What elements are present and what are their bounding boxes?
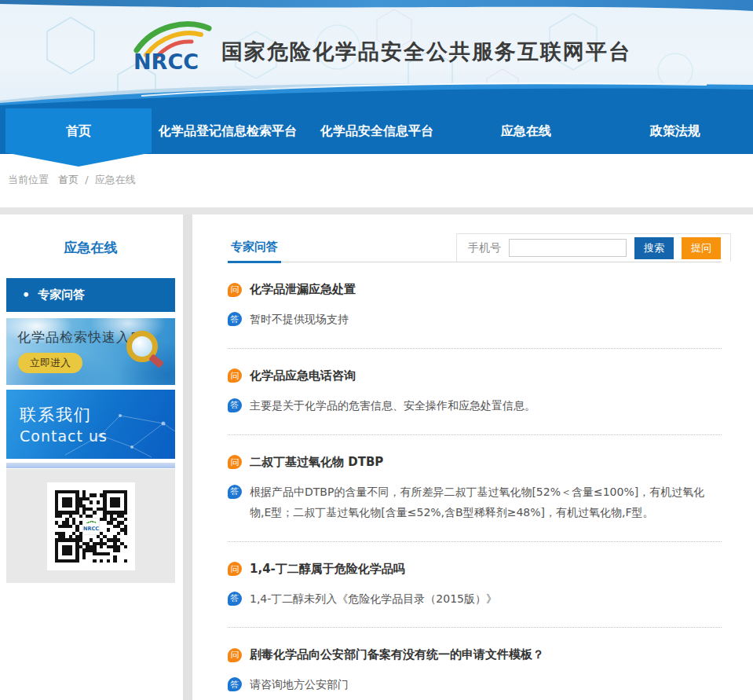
- answer-text: 1,4-丁二醇未列入《危险化学品目录（2015版）》: [250, 589, 497, 610]
- qa-answer: 答 根据产品中DTBP的含量不同，有所差异二叔丁基过氧化物[52%＜含量≤100…: [228, 482, 722, 523]
- qa-search-bar: 手机号 搜索 提问: [456, 233, 731, 262]
- breadcrumb-home-link[interactable]: 首页: [58, 174, 79, 185]
- qa-item: 问 1,4-丁二醇属于危险化学品吗 答 1,4-丁二醇未列入《危险化学品目录（2…: [228, 542, 722, 629]
- sidebar-item-expert-qa[interactable]: • 专家问答: [6, 278, 175, 312]
- question-icon: 问: [228, 562, 242, 576]
- top-divider-strip: [0, 207, 753, 214]
- question-text: 化学品应急电话咨询: [250, 368, 356, 383]
- qa-item: 问 化学品应急电话咨询 答 主要是关于化学品的危害信息、安全操作和应急处置信息。: [228, 349, 722, 435]
- contact-title-en: Contact us: [20, 427, 108, 445]
- qa-question[interactable]: 问 化学品泄漏应急处置: [228, 282, 722, 297]
- column-gutter: [183, 214, 192, 700]
- question-icon: 问: [228, 648, 242, 662]
- question-text: 二叔丁基过氧化物 DTBP: [250, 455, 383, 470]
- answer-text: 暂时不提供现场支持: [250, 310, 349, 330]
- nav-item-registry-platform[interactable]: 化学品登记信息检索平台: [153, 108, 302, 154]
- qa-question[interactable]: 问 化学品应急电话咨询: [228, 368, 722, 383]
- qa-item: 问 剧毒化学品向公安部门备案有没有统一的申请文件模板？ 答 请咨询地方公安部门: [228, 628, 722, 700]
- question-icon: 问: [228, 368, 242, 383]
- svg-text:NRCC: NRCC: [82, 525, 98, 531]
- answer-icon: 答: [228, 312, 242, 326]
- answer-icon: 答: [228, 485, 242, 499]
- svg-text:NRCC: NRCC: [133, 49, 199, 72]
- bullet-icon: •: [22, 288, 30, 302]
- nav-label: 应急在线: [501, 123, 551, 140]
- contact-us-banner[interactable]: 联系我们 Contact us: [6, 390, 175, 459]
- tab-expert-qa[interactable]: 专家问答: [228, 240, 281, 263]
- qr-section: NRCC: [6, 469, 175, 583]
- ask-button[interactable]: 提问: [682, 237, 721, 259]
- question-icon: 问: [228, 455, 242, 469]
- breadcrumb-separator: /: [85, 174, 88, 185]
- phone-label: 手机号: [468, 241, 501, 255]
- qa-item: 问 化学品泄漏应急处置 答 暂时不提供现场支持: [228, 262, 722, 349]
- nav-item-home[interactable]: 首页: [4, 108, 153, 154]
- answer-text: 根据产品中DTBP的含量不同，有所差异二叔丁基过氧化物[52%＜含量≤100%]…: [250, 482, 722, 523]
- breadcrumb-current: 应急在线: [95, 174, 136, 185]
- qa-item: 问 二叔丁基过氧化物 DTBP 答 根据产品中DTBP的含量不同，有所差异二叔丁…: [228, 435, 722, 542]
- enter-now-button[interactable]: 立即进入: [18, 353, 82, 373]
- site-header: NRCC 国家危险化学品安全公共服务互联网平台: [0, 0, 753, 108]
- qa-answer: 答 请咨询地方公安部门: [228, 675, 722, 695]
- qa-answer: 答 1,4-丁二醇未列入《危险化学品目录（2015版）》: [228, 589, 722, 610]
- breadcrumb: 当前位置 首页 / 应急在线: [8, 173, 136, 187]
- nav-item-emergency-online[interactable]: 应急在线: [451, 108, 601, 154]
- sidebar-title: 应急在线: [6, 214, 175, 278]
- question-text: 化学品泄漏应急处置: [250, 282, 356, 297]
- banner-title: 化学品检索快速入口: [17, 328, 144, 346]
- nrcc-logo: NRCC: [132, 20, 218, 72]
- main-nav: 首页 化学品登记信息检索平台 化学品安全信息平台 应急在线 政策法规: [0, 108, 753, 154]
- question-icon: 问: [228, 283, 242, 297]
- breadcrumb-prefix: 当前位置: [8, 174, 49, 185]
- answer-icon: 答: [228, 398, 242, 412]
- answer-text: 主要是关于化学品的危害信息、安全操作和应急处置信息。: [250, 396, 536, 416]
- qa-question[interactable]: 问 1,4-丁二醇属于危险化学品吗: [228, 562, 722, 577]
- qr-code: NRCC: [55, 490, 127, 563]
- answer-icon: 答: [228, 592, 242, 606]
- nav-label: 政策法规: [650, 123, 700, 140]
- answer-icon: 答: [228, 677, 242, 691]
- qa-question[interactable]: 问 二叔丁基过氧化物 DTBP: [228, 455, 722, 470]
- nav-item-safety-info-platform[interactable]: 化学品安全信息平台: [302, 108, 451, 154]
- sidebar: 应急在线 • 专家问答 化学品检索快速入口 立即进入 联系我们 Contact …: [6, 214, 175, 583]
- qa-answer: 答 暂时不提供现场支持: [228, 310, 722, 330]
- question-text: 1,4-丁二醇属于危险化学品吗: [250, 562, 405, 577]
- qa-answer: 答 主要是关于化学品的危害信息、安全操作和应急处置信息。: [228, 396, 722, 416]
- chemical-search-banner[interactable]: 化学品检索快速入口 立即进入: [6, 318, 175, 385]
- main-content: 专家问答 手机号 搜索 提问 问 化学品泄漏应急处置 答 暂时不提供现场支持 问…: [193, 214, 753, 700]
- qa-question[interactable]: 问 剧毒化学品向公安部门备案有没有统一的申请文件模板？: [228, 647, 722, 662]
- sidebar-item-label: 专家问答: [38, 288, 85, 302]
- nav-label: 化学品登记信息检索平台: [159, 123, 297, 140]
- nav-label: 首页: [66, 123, 91, 140]
- question-text: 剧毒化学品向公安部门备案有没有统一的申请文件模板？: [250, 647, 544, 662]
- sidebar-divider: [6, 463, 175, 468]
- answer-text: 请咨询地方公安部门: [250, 675, 349, 695]
- nav-item-policies[interactable]: 政策法规: [601, 108, 750, 154]
- magnifier-icon: [126, 331, 158, 362]
- site-title: 国家危险化学品安全公共服务互联网平台: [221, 38, 631, 66]
- nav-label: 化学品安全信息平台: [320, 123, 433, 140]
- phone-input[interactable]: [509, 239, 627, 257]
- contact-title-zh: 联系我们: [20, 404, 92, 426]
- search-button[interactable]: 搜索: [634, 237, 674, 259]
